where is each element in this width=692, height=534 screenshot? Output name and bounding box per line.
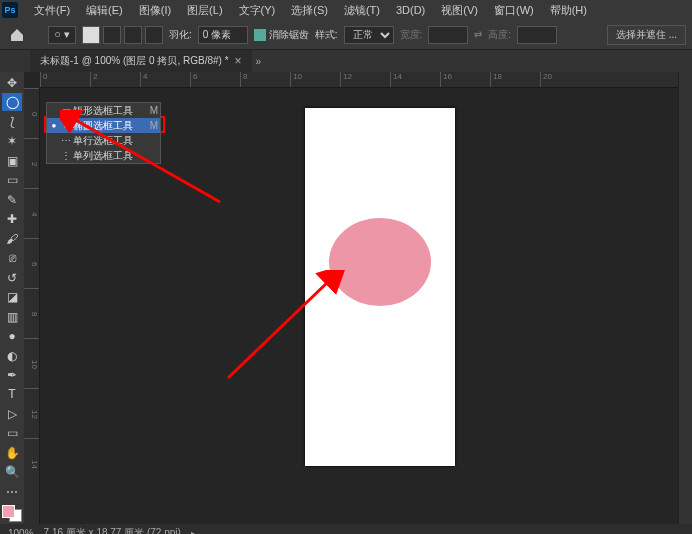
status-caret-icon[interactable]: ▸ <box>191 528 196 535</box>
flyout-label: 矩形选框工具 <box>73 104 146 118</box>
menu-image[interactable]: 图像(I) <box>131 1 179 20</box>
tool-lasso[interactable]: ⟅ <box>2 113 22 130</box>
tool-gradient[interactable]: ▥ <box>2 308 22 325</box>
height-label: 高度: <box>488 28 511 42</box>
tool-zoom[interactable]: 🔍 <box>2 464 22 481</box>
feather-label: 羽化: <box>169 28 192 42</box>
tool-move[interactable]: ✥ <box>2 74 22 91</box>
shape-icon: ▭ <box>7 426 18 440</box>
blur-icon: ● <box>8 329 15 343</box>
tool-blur[interactable]: ● <box>2 327 22 344</box>
tool-eyedropper[interactable]: ✎ <box>2 191 22 208</box>
document-tab-title: 未标题-1 @ 100% (图层 0 拷贝, RGB/8#) * <box>40 54 229 68</box>
width-input <box>428 26 468 44</box>
ellipsis-icon: ⋯ <box>6 485 18 499</box>
flyout-elliptical-marquee[interactable]: ● ○ 椭圆选框工具 M <box>47 118 160 133</box>
options-bar: ○ ▾ 羽化: 消除锯齿 样式: 正常 宽度: ⇄ 高度: 选择并遮住 ... <box>0 20 692 50</box>
tool-quick-select[interactable]: ✶ <box>2 132 22 149</box>
stamp-icon: ⎚ <box>9 251 16 265</box>
selection-new[interactable] <box>82 26 100 44</box>
menu-select[interactable]: 选择(S) <box>283 1 336 20</box>
collapsed-panels[interactable] <box>678 72 692 524</box>
frame-icon: ▭ <box>7 173 18 187</box>
rect-marquee-icon: ▭ <box>59 105 73 116</box>
menu-edit[interactable]: 编辑(E) <box>78 1 131 20</box>
flyout-shortcut: M <box>146 120 158 131</box>
flyout-shortcut: M <box>146 105 158 116</box>
menu-bar: Ps 文件(F) 编辑(E) 图像(I) 图层(L) 文字(Y) 选择(S) 滤… <box>0 0 692 20</box>
zoom-level[interactable]: 100% <box>8 528 34 535</box>
doc-dimensions: 7.16 厘米 x 18.77 厘米 (72 ppi) <box>44 526 181 534</box>
document-tab[interactable]: 未标题-1 @ 100% (图层 0 拷贝, RGB/8#) * × <box>30 50 252 72</box>
heal-icon: ✚ <box>7 212 17 226</box>
tool-path[interactable]: ▷ <box>2 405 22 422</box>
path-icon: ▷ <box>8 407 17 421</box>
menu-filter[interactable]: 滤镜(T) <box>336 1 388 20</box>
tool-text[interactable]: T <box>2 386 22 403</box>
main-area: ✥ ◯ ⟅ ✶ ▣ ▭ ✎ ✚ 🖌 ⎚ ↺ ◪ ▥ ● ◐ ✒ T ▷ ▭ ✋ … <box>0 72 692 524</box>
canvas-viewport[interactable]: ▭ 矩形选框工具 M ● ○ 椭圆选框工具 M ⋯ 单行选框工具 <box>40 88 678 524</box>
tool-hand[interactable]: ✋ <box>2 444 22 461</box>
tool-shape[interactable]: ▭ <box>2 425 22 442</box>
width-label: 宽度: <box>400 28 423 42</box>
style-select[interactable]: 正常 <box>344 26 394 44</box>
status-bar: 100% 7.16 厘米 x 18.77 厘米 (72 ppi) ▸ <box>0 524 692 534</box>
pink-ellipse-shape <box>329 218 431 306</box>
flyout-label: 椭圆选框工具 <box>73 119 146 133</box>
tool-frame[interactable]: ▭ <box>2 171 22 188</box>
tool-preset-picker[interactable]: ○ ▾ <box>48 26 76 44</box>
tool-stamp[interactable]: ⎚ <box>2 249 22 266</box>
wand-icon: ✶ <box>7 134 17 148</box>
menu-view[interactable]: 视图(V) <box>433 1 486 20</box>
ruler-horizontal: 02468101214161820 <box>40 72 678 88</box>
dodge-icon: ◐ <box>7 349 17 363</box>
app-logo: Ps <box>2 2 18 18</box>
tool-dodge[interactable]: ◐ <box>2 347 22 364</box>
tab-overflow-icon[interactable]: » <box>256 56 262 67</box>
tool-eraser[interactable]: ◪ <box>2 288 22 305</box>
select-and-mask-button[interactable]: 选择并遮住 ... <box>607 25 686 45</box>
close-tab-icon[interactable]: × <box>235 54 242 68</box>
foreground-swatch[interactable] <box>2 505 15 518</box>
document-tab-bar: 未标题-1 @ 100% (图层 0 拷贝, RGB/8#) * × » <box>0 50 692 72</box>
selection-add[interactable] <box>103 26 121 44</box>
tool-marquee[interactable]: ◯ <box>2 93 22 110</box>
menu-help[interactable]: 帮助(H) <box>542 1 595 20</box>
canvas-document[interactable] <box>305 108 455 466</box>
menu-window[interactable]: 窗口(W) <box>486 1 542 20</box>
color-swatches[interactable] <box>2 505 22 522</box>
text-icon: T <box>8 387 15 401</box>
tool-crop[interactable]: ▣ <box>2 152 22 169</box>
menu-type[interactable]: 文字(Y) <box>231 1 284 20</box>
hand-icon: ✋ <box>5 446 20 460</box>
tool-pen[interactable]: ✒ <box>2 366 22 383</box>
menu-layer[interactable]: 图层(L) <box>179 1 230 20</box>
antialias-option[interactable]: 消除锯齿 <box>254 28 309 42</box>
crop-icon: ▣ <box>7 154 18 168</box>
feather-input[interactable] <box>198 26 248 44</box>
tool-heal[interactable]: ✚ <box>2 210 22 227</box>
lasso-icon: ⟅ <box>10 115 15 129</box>
home-button[interactable] <box>6 24 28 46</box>
tool-edit-toolbar[interactable]: ⋯ <box>2 483 22 500</box>
selection-mode-group <box>82 26 163 44</box>
gradient-icon: ▥ <box>7 310 18 324</box>
height-input <box>517 26 557 44</box>
swap-wh-icon: ⇄ <box>474 29 482 40</box>
flyout-single-row-marquee[interactable]: ⋯ 单行选框工具 <box>47 133 160 148</box>
selection-subtract[interactable] <box>124 26 142 44</box>
canvas-area[interactable]: 02468101214161820 02468101214 ▭ 矩形选框工具 M… <box>24 72 678 524</box>
history-brush-icon: ↺ <box>7 271 17 285</box>
flyout-label: 单列选框工具 <box>73 149 146 163</box>
selection-intersect[interactable] <box>145 26 163 44</box>
ellipse-marquee-icon: ◯ <box>6 95 19 109</box>
flyout-single-column-marquee[interactable]: ⋮ 单列选框工具 <box>47 148 160 163</box>
ruler-vertical: 02468101214 <box>24 88 40 524</box>
single-row-icon: ⋯ <box>59 135 73 146</box>
menu-file[interactable]: 文件(F) <box>26 1 78 20</box>
flyout-rectangular-marquee[interactable]: ▭ 矩形选框工具 M <box>47 103 160 118</box>
tool-history-brush[interactable]: ↺ <box>2 269 22 286</box>
menu-3d[interactable]: 3D(D) <box>388 2 433 18</box>
tool-brush[interactable]: 🖌 <box>2 230 22 247</box>
brush-icon: 🖌 <box>6 232 18 246</box>
